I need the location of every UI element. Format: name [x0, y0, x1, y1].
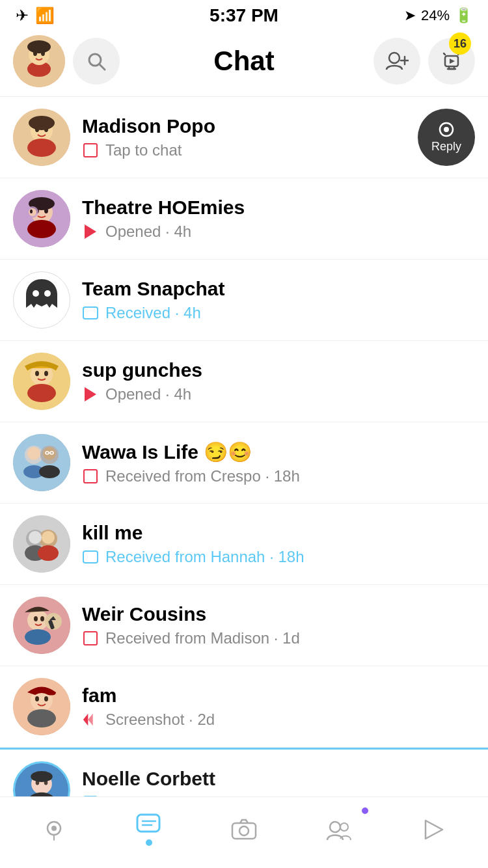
chat-status-text: Received from Madison · 1d	[105, 629, 300, 647]
nav-item-discover[interactable]	[398, 804, 470, 856]
chat-status: Received from Crespo · 18h	[82, 467, 475, 485]
chat-name: sup gunches	[82, 359, 475, 381]
avatar	[13, 434, 70, 491]
list-item[interactable]: Theatre HOEmies Opened · 4h	[0, 178, 488, 260]
svg-point-60	[25, 629, 51, 645]
battery-icon: 🔋	[455, 7, 472, 24]
sup-gunches-avatar	[13, 353, 70, 410]
svg-point-31	[33, 290, 39, 297]
reply-icon	[436, 122, 457, 140]
snap-status-icon	[82, 386, 99, 403]
chat-status-text: Received from Crespo · 18h	[105, 467, 300, 485]
notification-badge: 16	[449, 33, 471, 55]
nav-item-chat[interactable]	[113, 804, 185, 856]
avatar	[13, 190, 70, 247]
svg-point-74	[31, 771, 53, 782]
list-item[interactable]: Wawa Is Life 😏😊 Received from Crespo · 1…	[0, 422, 488, 504]
reply-button[interactable]: Reply	[418, 109, 475, 166]
svg-point-58	[34, 616, 38, 621]
list-item[interactable]: fam Screenshot · 2d	[0, 666, 488, 748]
list-item[interactable]: Team Snapchat Received · 4h	[0, 260, 488, 341]
madison-popo-avatar	[13, 109, 70, 166]
nav-item-map[interactable]	[18, 804, 90, 856]
svg-point-65	[35, 696, 39, 701]
page-title: Chat	[213, 46, 274, 77]
svg-point-82	[239, 826, 249, 835]
chat-status-text: Opened · 4h	[105, 223, 191, 241]
airplane-icon: ✈	[16, 7, 29, 25]
svg-line-7	[100, 64, 105, 70]
wawa-is-life-avatar	[13, 434, 70, 491]
weir-cousins-avatar	[13, 597, 70, 654]
svg-point-8	[389, 53, 400, 63]
avatar	[13, 353, 70, 410]
chat-status-text: Received from Hannah · 18h	[105, 548, 305, 566]
avatar	[13, 515, 70, 573]
list-item[interactable]: kill me Received from Hannah · 18h	[0, 504, 488, 585]
nav-item-friends[interactable]	[303, 804, 375, 856]
chat-status: Opened · 4h	[82, 385, 475, 403]
header-left	[13, 35, 120, 87]
chat-name: Theatre HOEmies	[82, 197, 475, 219]
search-button[interactable]	[73, 38, 120, 85]
chat-list: Madison Popo Tap to chat Reply	[0, 97, 488, 831]
chat-status-text: Received · 4h	[105, 304, 201, 322]
avatar	[13, 597, 70, 654]
snap-status-icon	[82, 630, 99, 647]
svg-point-77	[51, 826, 57, 831]
chat-name: Madison Popo	[82, 115, 411, 137]
discover-icon	[423, 818, 445, 841]
svg-point-18	[29, 116, 55, 130]
svg-point-54	[38, 545, 59, 561]
svg-point-35	[35, 371, 39, 376]
chat-status: Received · 4h	[82, 304, 475, 322]
snap-status-icon	[82, 305, 99, 321]
svg-point-42	[43, 447, 56, 460]
add-friend-icon	[385, 51, 409, 71]
chat-info: Team Snapchat Received · 4h	[82, 278, 475, 322]
add-friend-button[interactable]	[373, 38, 420, 85]
chat-status-text: Opened · 4h	[105, 385, 191, 403]
svg-rect-78	[137, 815, 159, 832]
snap-status-icon	[82, 468, 99, 485]
chat-name: fam	[82, 685, 475, 707]
svg-point-30	[30, 210, 33, 213]
chat-info: sup gunches Opened · 4h	[82, 359, 475, 403]
status-right: ➤ 24% 🔋	[404, 7, 472, 24]
svg-marker-13	[450, 59, 455, 64]
wifi-icon: 📶	[35, 7, 55, 25]
user-avatar[interactable]	[13, 35, 65, 87]
chat-status-text: Tap to chat	[105, 141, 182, 159]
status-bar: ✈ 📶 5:37 PM ➤ 24% 🔋	[0, 0, 488, 29]
screenshot-icon	[82, 711, 99, 728]
svg-point-59	[40, 616, 44, 621]
svg-point-37	[27, 384, 56, 402]
friends-icon	[326, 818, 352, 841]
avatar	[13, 271, 70, 329]
svg-point-41	[27, 447, 40, 460]
svg-point-67	[27, 709, 56, 727]
chat-info: Theatre HOEmies Opened · 4h	[82, 197, 475, 241]
avatar	[13, 109, 70, 166]
chat-info: kill me Received from Hannah · 18h	[82, 522, 475, 566]
chat-name: Weir Cousins	[82, 603, 475, 625]
location-arrow-icon: ➤	[404, 7, 416, 24]
chat-name: Noelle Corbett	[82, 768, 475, 790]
status-time: 5:37 PM	[210, 5, 278, 26]
svg-point-83	[330, 822, 340, 832]
chat-info: Madison Popo Tap to chat	[82, 115, 411, 159]
bottom-nav	[0, 796, 488, 868]
chat-info: Weir Cousins Received from Madison · 1d	[82, 603, 475, 647]
svg-marker-68	[83, 714, 88, 726]
svg-point-66	[44, 696, 48, 701]
header: Chat 16	[0, 29, 488, 97]
map-icon	[42, 818, 66, 841]
list-item[interactable]: Madison Popo Tap to chat Reply	[0, 97, 488, 178]
svg-point-21	[444, 127, 449, 132]
chat-status: Received from Hannah · 18h	[82, 548, 475, 566]
svg-marker-85	[426, 821, 442, 839]
list-item[interactable]: sup gunches Opened · 4h	[0, 341, 488, 422]
nav-item-camera[interactable]	[208, 804, 280, 856]
svg-point-52	[42, 531, 55, 544]
list-item[interactable]: Weir Cousins Received from Madison · 1d	[0, 585, 488, 666]
